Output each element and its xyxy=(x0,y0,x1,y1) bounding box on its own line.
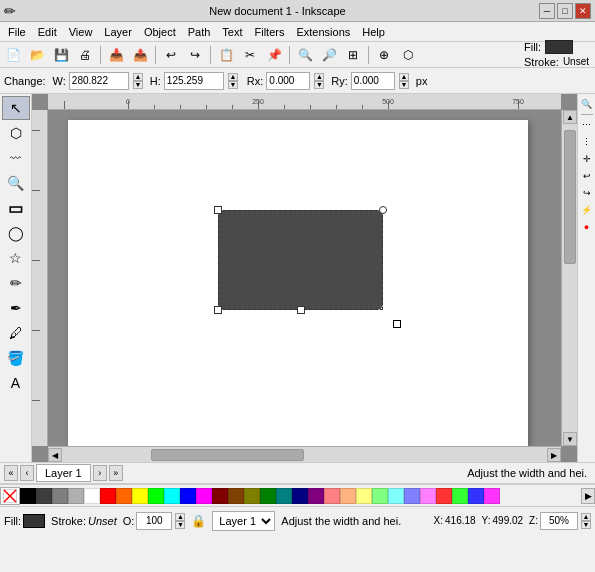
handle-top-left[interactable] xyxy=(214,206,222,214)
palette-color-swatch[interactable] xyxy=(68,488,84,504)
palette-color-swatch[interactable] xyxy=(404,488,420,504)
hscroll-thumb[interactable] xyxy=(151,449,305,461)
zoom-input[interactable] xyxy=(540,512,578,530)
rx-up[interactable]: ▲ xyxy=(314,73,324,81)
canvas-area[interactable]: 0 250 500 750 xyxy=(32,94,577,462)
node-tool[interactable]: ⬡ xyxy=(2,121,30,145)
pen-tool[interactable]: ✒ xyxy=(2,296,30,320)
palette-color-swatch[interactable] xyxy=(308,488,324,504)
zoom-in-button[interactable]: 🔍 xyxy=(294,44,316,66)
menu-help[interactable]: Help xyxy=(356,24,391,40)
palette-color-swatch[interactable] xyxy=(372,488,388,504)
layer-tab[interactable]: Layer 1 xyxy=(36,464,91,482)
palette-color-swatch[interactable] xyxy=(196,488,212,504)
save-button[interactable]: 💾 xyxy=(50,44,72,66)
new-button[interactable]: 📄 xyxy=(2,44,24,66)
rt-lightning-btn[interactable]: ⚡ xyxy=(579,202,595,218)
status-fill-swatch[interactable] xyxy=(23,514,45,528)
ry-input[interactable] xyxy=(351,72,395,90)
opacity-up[interactable]: ▲ xyxy=(175,513,185,521)
zoom-up[interactable]: ▲ xyxy=(581,513,591,521)
menu-text[interactable]: Text xyxy=(216,24,248,40)
zoom-out-button[interactable]: 🔎 xyxy=(318,44,340,66)
canvas-white[interactable] xyxy=(48,110,561,446)
vscroll-thumb[interactable] xyxy=(564,130,576,264)
open-button[interactable]: 📂 xyxy=(26,44,48,66)
rt-red-btn[interactable]: ● xyxy=(579,219,595,235)
palette-color-swatch[interactable] xyxy=(468,488,484,504)
close-button[interactable]: ✕ xyxy=(575,3,591,19)
tab-left-arrow2[interactable]: ‹ xyxy=(20,465,34,481)
zoom-fit-button[interactable]: ⊞ xyxy=(342,44,364,66)
palette-color-swatch[interactable] xyxy=(148,488,164,504)
palette-color-swatch[interactable] xyxy=(484,488,500,504)
copy-button[interactable]: 📋 xyxy=(215,44,237,66)
w-down[interactable]: ▼ xyxy=(133,81,143,89)
menu-path[interactable]: Path xyxy=(182,24,217,40)
print-button[interactable]: 🖨 xyxy=(74,44,96,66)
menu-file[interactable]: File xyxy=(2,24,32,40)
menu-filters[interactable]: Filters xyxy=(249,24,291,40)
rt-curve2-btn[interactable]: ↪ xyxy=(579,185,595,201)
ry-up[interactable]: ▲ xyxy=(399,73,409,81)
undo-button[interactable]: ↩ xyxy=(160,44,182,66)
ellipse-tool[interactable]: ◯ xyxy=(2,221,30,245)
palette-color-swatch[interactable] xyxy=(180,488,196,504)
vscroll-down[interactable]: ▼ xyxy=(563,432,577,446)
palette-color-swatch[interactable] xyxy=(164,488,180,504)
menu-layer[interactable]: Layer xyxy=(98,24,138,40)
h-up[interactable]: ▲ xyxy=(228,73,238,81)
palette-color-swatch[interactable] xyxy=(100,488,116,504)
handle-bottom-left[interactable] xyxy=(214,306,222,314)
star-tool[interactable]: ☆ xyxy=(2,246,30,270)
rx-down[interactable]: ▼ xyxy=(314,81,324,89)
h-input[interactable] xyxy=(164,72,224,90)
tab-right-arrow2[interactable]: » xyxy=(109,465,123,481)
zoom-down[interactable]: ▼ xyxy=(581,521,591,529)
export-button[interactable]: 📤 xyxy=(129,44,151,66)
handle-extra[interactable] xyxy=(393,320,401,328)
palette-color-swatch[interactable] xyxy=(356,488,372,504)
rt-zoom-btn[interactable]: 🔍 xyxy=(579,96,595,112)
palette-color-swatch[interactable] xyxy=(212,488,228,504)
rt-cross-btn[interactable]: ✛ xyxy=(579,151,595,167)
rect-tool[interactable]: ▭ xyxy=(2,196,30,220)
ry-down[interactable]: ▼ xyxy=(399,81,409,89)
palette-color-swatch[interactable] xyxy=(276,488,292,504)
horizontal-scrollbar[interactable]: ◀ ▶ xyxy=(48,446,561,462)
palette-color-swatch[interactable] xyxy=(20,488,36,504)
calligraphy-tool[interactable]: 🖊 xyxy=(2,321,30,345)
palette-color-swatch[interactable] xyxy=(228,488,244,504)
rx-input[interactable] xyxy=(266,72,310,90)
opacity-input[interactable] xyxy=(136,512,172,530)
select-tool[interactable]: ↖ xyxy=(2,96,30,120)
rt-dash1-btn[interactable]: ⋯ xyxy=(579,117,595,133)
palette-color-swatch[interactable] xyxy=(292,488,308,504)
hscroll-left[interactable]: ◀ xyxy=(48,448,62,462)
paste-button[interactable]: 📌 xyxy=(263,44,285,66)
opacity-down[interactable]: ▼ xyxy=(175,521,185,529)
selected-rectangle[interactable] xyxy=(218,210,383,310)
redo-button[interactable]: ↪ xyxy=(184,44,206,66)
palette-color-swatch[interactable] xyxy=(36,488,52,504)
snap-button[interactable]: ⊕ xyxy=(373,44,395,66)
tab-right-arrow[interactable]: › xyxy=(93,465,107,481)
tab-left-arrow[interactable]: « xyxy=(4,465,18,481)
palette-color-swatch[interactable] xyxy=(52,488,68,504)
maximize-button[interactable]: □ xyxy=(557,3,573,19)
palette-color-swatch[interactable] xyxy=(244,488,260,504)
text-tool[interactable]: A xyxy=(2,371,30,395)
palette-color-swatch[interactable] xyxy=(260,488,276,504)
import-button[interactable]: 📥 xyxy=(105,44,127,66)
palette-color-swatch[interactable] xyxy=(436,488,452,504)
palette-color-swatch[interactable] xyxy=(420,488,436,504)
fill-tool[interactable]: 🪣 xyxy=(2,346,30,370)
menu-edit[interactable]: Edit xyxy=(32,24,63,40)
rt-dash2-btn[interactable]: ⋮ xyxy=(579,134,595,150)
menu-extensions[interactable]: Extensions xyxy=(290,24,356,40)
node-button[interactable]: ⬡ xyxy=(397,44,419,66)
no-color-swatch[interactable] xyxy=(0,487,20,505)
handle-bottom-mid[interactable] xyxy=(297,306,305,314)
pencil-tool[interactable]: ✏ xyxy=(2,271,30,295)
palette-color-swatch[interactable] xyxy=(116,488,132,504)
